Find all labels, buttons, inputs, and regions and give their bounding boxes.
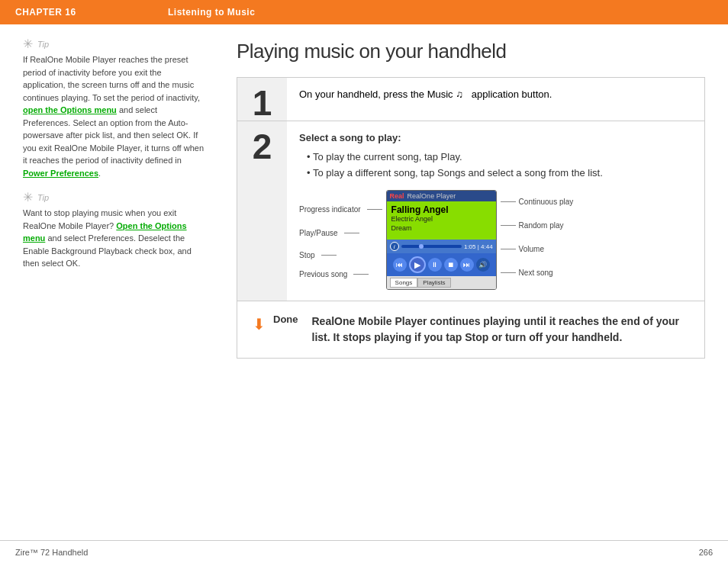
player-controls: ⏮ ▶ ⏸ ⏹ ⏭ 🔊 <box>387 253 496 276</box>
tip-1-text3: . <box>98 169 101 178</box>
tip-2-label: Tip <box>37 193 49 202</box>
step-2-number-cell: 2 <box>237 121 287 301</box>
label-progress-text: Progress indicator <box>299 205 361 214</box>
tip-2-text2: and select Preferences. Deselect the Ena… <box>23 233 192 268</box>
tip-1: ✳ Tip If RealOne Mobile Player reaches t… <box>23 40 206 179</box>
step-1-number: 1 <box>253 85 272 121</box>
label-prevsong: Previous song <box>299 270 382 278</box>
tip-2: ✳ Tip Want to stop playing music when yo… <box>23 193 206 270</box>
tip-1-text: If RealOne Mobile Player reaches the pre… <box>23 53 206 179</box>
label-playpause: Play/Pause <box>299 229 382 237</box>
label-nextsong-text: Next song <box>519 269 553 277</box>
sidebar: ✳ Tip If RealOne Mobile Player reaches t… <box>0 24 221 540</box>
volume-btn[interactable]: 🔊 <box>476 258 490 272</box>
step-2-heading: Select a song to play: <box>299 132 692 143</box>
tip-2-header: ✳ Tip <box>23 193 206 204</box>
header-title: Listening to Music <box>168 7 255 18</box>
label-volume-text: Volume <box>519 245 544 253</box>
label-continuous: Continuous play <box>501 198 574 206</box>
songs-tab[interactable]: Songs <box>390 278 418 288</box>
step-2-body: Select a song to play: • To play the cur… <box>287 121 704 301</box>
step-1-number-cell: 1 <box>237 78 287 121</box>
step-1-row: 1 On your handheld, press the Music ♫ ap… <box>237 78 704 121</box>
song-title: Falling Angel <box>391 204 491 215</box>
tip-1-link1[interactable]: open the Options menu <box>23 105 117 114</box>
tip-1-star: ✳ <box>23 38 33 50</box>
page-title: Playing music on your handheld <box>237 40 705 63</box>
player-title-bar: Real RealOne Player <box>387 191 496 201</box>
prev-btn[interactable]: ⏮ <box>393 258 407 272</box>
real-logo: Real <box>390 192 404 200</box>
tip-2-text: Want to stop playing music when you exit… <box>23 207 206 270</box>
stop-btn[interactable]: ⏹ <box>444 258 458 272</box>
done-text: RealOne Mobile Player continues playing … <box>312 314 690 346</box>
tip-2-star: ✳ <box>23 191 33 204</box>
label-stop: Stop <box>299 251 382 259</box>
step-2-row: 2 Select a song to play: • To play the c… <box>237 121 704 301</box>
label-playpause-text: Play/Pause <box>299 229 338 237</box>
label-nextsong: Next song <box>501 269 574 277</box>
label-prevsong-text: Previous song <box>299 270 347 278</box>
label-stop-text: Stop <box>299 251 315 259</box>
pause-btn[interactable]: ⏸ <box>428 258 442 272</box>
left-labels: Progress indicator Play/Pause Stop <box>299 190 382 285</box>
header-chapter: CHAPTER 16 <box>15 7 168 18</box>
player-song-area: Falling Angel Electric Angel Dream <box>387 201 496 240</box>
label-volume: Volume <box>501 245 574 253</box>
label-progress: Progress indicator <box>299 205 382 214</box>
label-random-text: Random play <box>519 221 564 230</box>
progress-track <box>401 245 462 248</box>
done-label: Done <box>273 314 298 325</box>
main-area: Playing music on your handheld 1 On your… <box>221 24 728 540</box>
play-btn[interactable]: ▶ <box>409 256 426 273</box>
done-icon: ⬇ <box>253 315 266 333</box>
player-time: 1:05 | 4:44 <box>464 243 493 250</box>
player-diagram: Progress indicator Play/Pause Stop <box>299 190 692 290</box>
player-title-text: RealOne Player <box>407 192 456 200</box>
playlists-tab[interactable]: Playlists <box>417 278 450 288</box>
footer-brand: Zire™ 72 Handheld <box>15 548 88 557</box>
player-tabs: Songs Playlists <box>387 276 496 289</box>
tip-1-header: ✳ Tip <box>23 40 206 50</box>
right-labels: Continuous play Random play Volume <box>501 190 574 288</box>
label-continuous-text: Continuous play <box>519 198 574 206</box>
tip-1-text1: If RealOne Mobile Player reaches the pre… <box>23 55 200 102</box>
steps-container: 1 On your handheld, press the Music ♫ ap… <box>237 77 705 359</box>
player-progress-area: i 1:05 | 4:44 <box>387 240 496 253</box>
done-section: ⬇ Done RealOne Mobile Player continues p… <box>237 301 704 358</box>
footer-page: 266 <box>699 548 713 557</box>
header: CHAPTER 16 Listening to Music <box>0 0 728 24</box>
player-mockup: Real RealOne Player Falling Angel Electr… <box>386 190 497 290</box>
step-2-bullet-2: • To play a different song, tap Songs an… <box>299 167 692 179</box>
footer: Zire™ 72 Handheld 266 <box>0 540 728 563</box>
label-random: Random play <box>501 221 574 230</box>
info-icon: i <box>390 242 399 251</box>
song-sub1: Electric Angel <box>391 215 491 224</box>
next-btn[interactable]: ⏭ <box>460 258 474 272</box>
step-2-bullet-1: • To play the current song, tap Play. <box>299 151 692 162</box>
song-sub2: Dream <box>391 224 491 233</box>
step-1-body: On your handheld, press the Music ♫ appl… <box>287 78 704 121</box>
step-2-number: 2 <box>253 129 272 164</box>
main-content: ✳ Tip If RealOne Mobile Player reaches t… <box>0 24 728 540</box>
tip-1-label: Tip <box>37 40 49 49</box>
step-1-text: On your handheld, press the Music ♫ appl… <box>299 88 692 100</box>
tip-1-link2[interactable]: Power Preferences <box>23 169 98 178</box>
progress-thumb <box>419 244 424 249</box>
